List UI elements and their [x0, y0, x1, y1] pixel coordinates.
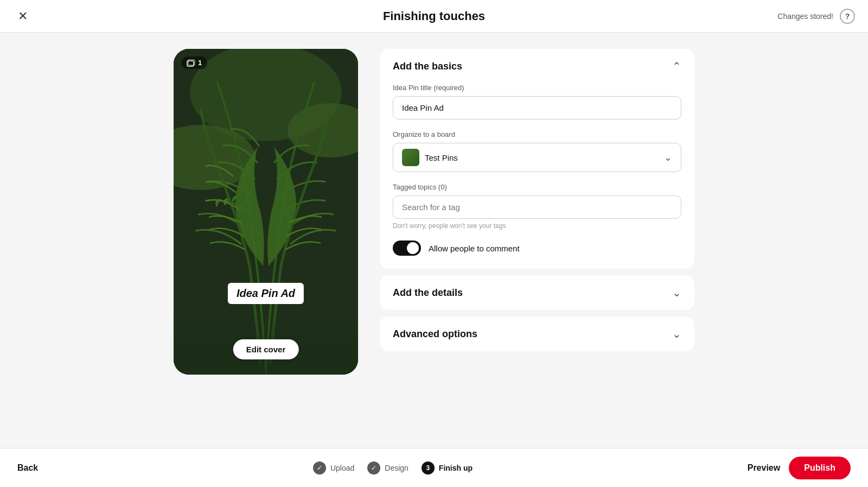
- board-label: Organize to a board: [393, 130, 681, 138]
- add-basics-header[interactable]: Add the basics ⌃: [380, 49, 694, 84]
- back-button[interactable]: Back: [17, 463, 38, 473]
- advanced-options-header[interactable]: Advanced options ⌄: [380, 317, 694, 351]
- fern-illustration: [174, 49, 358, 375]
- tag-search-input[interactable]: [393, 195, 681, 219]
- layers-icon: [187, 59, 195, 67]
- add-basics-section: Add the basics ⌃ Idea Pin title (require…: [380, 49, 694, 269]
- board-select-left: Test Pins: [402, 149, 458, 166]
- advanced-options-title: Advanced options: [393, 328, 477, 340]
- header-right: Changes stored! ?: [777, 9, 855, 24]
- step-upload-label: Upload: [330, 464, 354, 472]
- close-button[interactable]: ✕: [13, 7, 33, 26]
- allow-comments-label: Allow people to comment: [429, 244, 520, 253]
- toggle-knob: [407, 242, 419, 254]
- preview-button[interactable]: Preview: [748, 463, 780, 473]
- advanced-options-section: Advanced options ⌄: [380, 317, 694, 351]
- main-content: 1 Idea Pin Ad Edit cover Add the basics …: [0, 33, 868, 448]
- edit-cover-button[interactable]: Edit cover: [233, 339, 299, 359]
- board-select[interactable]: Test Pins ⌄: [393, 143, 681, 172]
- steps-indicator: ✓ Upload ✓ Design 3 Finish up: [313, 461, 473, 475]
- step-finish-up-icon: 3: [422, 461, 435, 475]
- publish-button[interactable]: Publish: [789, 457, 851, 479]
- allow-comments-row: Allow people to comment: [393, 241, 681, 256]
- footer: Back ✓ Upload ✓ Design 3 Finish up Previ…: [0, 448, 868, 487]
- phone-image-background: 1 Idea Pin Ad Edit cover: [174, 49, 358, 375]
- tag-hint-text: Don't worry, people won't see your tags: [393, 222, 681, 230]
- step-upload: ✓ Upload: [313, 461, 354, 475]
- chevron-down-icon: ⌄: [664, 151, 672, 163]
- tagged-topics-label: Tagged topics (0): [393, 183, 681, 191]
- add-details-header[interactable]: Add the details ⌄: [380, 275, 694, 310]
- slide-counter: 1: [181, 56, 207, 69]
- pin-title-field-group: Idea Pin title (required): [393, 84, 681, 119]
- step-design: ✓ Design: [367, 461, 409, 475]
- tagged-topics-field-group: Tagged topics (0) Don't worry, people wo…: [393, 183, 681, 230]
- board-thumbnail: [402, 149, 419, 166]
- pin-title-text: Idea Pin Ad: [237, 287, 295, 299]
- chevron-down-icon-details: ⌄: [672, 286, 681, 299]
- counter-value: 1: [198, 59, 202, 67]
- changes-stored-text: Changes stored!: [777, 12, 833, 21]
- header-left: ✕: [13, 7, 33, 26]
- right-panel: Add the basics ⌃ Idea Pin title (require…: [380, 49, 694, 358]
- page-title: Finishing touches: [383, 9, 485, 23]
- add-basics-content: Idea Pin title (required) Organize to a …: [380, 84, 694, 269]
- board-name: Test Pins: [425, 153, 458, 162]
- step-finish-up-label: Finish up: [439, 464, 473, 472]
- pin-title-input[interactable]: [393, 96, 681, 119]
- step-upload-icon: ✓: [313, 461, 326, 475]
- pin-title-badge: Idea Pin Ad: [228, 283, 304, 304]
- phone-preview: 1 Idea Pin Ad Edit cover: [174, 49, 358, 375]
- step-design-label: Design: [385, 464, 409, 472]
- chevron-down-icon-advanced: ⌄: [672, 327, 681, 340]
- chevron-up-icon: ⌃: [672, 60, 681, 73]
- add-basics-title: Add the basics: [393, 61, 462, 72]
- allow-comments-toggle[interactable]: [393, 241, 421, 256]
- board-field-group: Organize to a board Test Pins ⌄: [393, 130, 681, 172]
- step-design-icon: ✓: [367, 461, 380, 475]
- step-finish-up: 3 Finish up: [422, 461, 473, 475]
- add-details-title: Add the details: [393, 287, 463, 299]
- phone-frame: 1 Idea Pin Ad Edit cover: [174, 49, 358, 375]
- help-button[interactable]: ?: [840, 9, 855, 24]
- header: ✕ Finishing touches Changes stored! ?: [0, 0, 868, 33]
- add-details-section: Add the details ⌄: [380, 275, 694, 310]
- pin-title-label: Idea Pin title (required): [393, 84, 681, 92]
- footer-right: Preview Publish: [748, 457, 851, 479]
